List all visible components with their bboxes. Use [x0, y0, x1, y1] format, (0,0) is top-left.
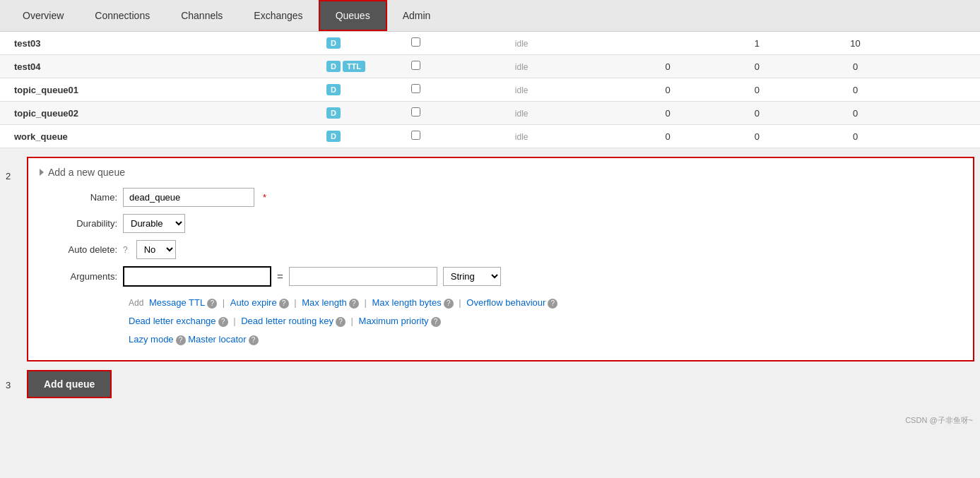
col-3	[909, 102, 980, 125]
watermark: CSDN @子非鱼呀~	[0, 412, 980, 429]
hints-row2: Dead letter exchange? | Dead letter rout…	[129, 316, 441, 326]
durability-label: Durability:	[40, 218, 117, 229]
arguments-label: Arguments:	[40, 271, 117, 282]
nav-item-channels[interactable]: Channels	[165, 0, 238, 31]
queue-state: idle	[515, 39, 529, 49]
col-2: 0	[801, 125, 909, 148]
autodelete-select[interactable]: NoYes	[136, 240, 176, 259]
name-label: Name:	[40, 192, 117, 203]
add-queue-form: Add a new queue Name: * Durability: Dura…	[27, 157, 974, 362]
queue-state: idle	[515, 62, 529, 72]
hint-max-length-bytes[interactable]: Max length bytes	[372, 297, 441, 308]
args-val-input[interactable]	[289, 267, 437, 286]
row-checkbox[interactable]	[411, 37, 420, 47]
badge-d: D	[326, 61, 341, 72]
hints-row3: Lazy mode? Master locator?	[129, 334, 259, 345]
row-checkbox[interactable]	[411, 61, 420, 70]
col-2: 10	[801, 32, 909, 55]
hint-max-length[interactable]: Max length	[302, 297, 347, 308]
autodelete-label: Auto delete:	[40, 244, 117, 255]
badge-d: D	[326, 84, 341, 95]
queue-table-container: test03Didle110test04DTTLidle000topic_que…	[0, 32, 980, 148]
col-3	[909, 78, 980, 102]
table-row: topic_queue01Didle000	[0, 78, 980, 102]
hint-question-1[interactable]: ?	[336, 317, 346, 327]
table-row: topic_queue02Didle000	[0, 102, 980, 125]
table-row: work_queueDidle000	[0, 125, 980, 148]
autodelete-question[interactable]: ?	[123, 245, 128, 255]
hint-master-locator[interactable]: Master locator	[188, 334, 246, 345]
add-queue-button[interactable]: Add queue	[27, 370, 112, 398]
hint-separator: |	[231, 316, 239, 326]
queues-table: test03Didle110test04DTTLidle000topic_que…	[0, 32, 980, 148]
badge-d: D	[326, 37, 341, 49]
name-row: Name: *	[40, 188, 962, 207]
name-input[interactable]	[123, 188, 254, 207]
queue-name[interactable]: test04	[14, 61, 41, 72]
queue-name[interactable]: test03	[14, 38, 41, 49]
col-3	[909, 32, 980, 55]
step-2-label: 2	[6, 171, 11, 181]
nav-bar: OverviewConnectionsChannelsExchangesQueu…	[0, 0, 980, 32]
section-title: Add a new queue	[40, 167, 962, 178]
hint-question-1[interactable]: ?	[279, 299, 289, 309]
col-2: 0	[801, 78, 909, 102]
queue-name[interactable]: work_queue	[14, 131, 68, 142]
hint-separator: |	[220, 297, 228, 308]
durability-row: Durability: DurableTransient	[40, 214, 962, 233]
hint-question-0[interactable]: ?	[218, 317, 228, 327]
row-checkbox[interactable]	[411, 84, 420, 93]
hint-overflow-behaviour[interactable]: Overflow behaviour	[466, 297, 545, 308]
add-text: Add	[129, 298, 143, 308]
hint-message-ttl[interactable]: Message TTL	[149, 297, 205, 308]
hint-question-2[interactable]: ?	[431, 317, 441, 327]
hint-separator: |	[292, 297, 300, 308]
hint-question-4[interactable]: ?	[548, 299, 557, 309]
col-1: 0	[712, 102, 801, 125]
queue-state: idle	[515, 132, 529, 142]
row-checkbox[interactable]	[411, 107, 420, 116]
nav-item-admin[interactable]: Admin	[387, 0, 447, 31]
nav-item-connections[interactable]: Connections	[79, 0, 165, 31]
hint-question-0[interactable]: ?	[207, 299, 217, 309]
args-key-input[interactable]	[123, 266, 271, 287]
badge-d: D	[326, 131, 341, 142]
hint-dead-letter-routing-key[interactable]: Dead letter routing key	[241, 316, 333, 326]
hint-lazy-mode[interactable]: Lazy mode	[129, 334, 174, 345]
row-checkbox[interactable]	[411, 131, 420, 140]
nav-item-overview[interactable]: Overview	[7, 0, 79, 31]
col-0: 0	[623, 78, 712, 102]
col-0	[623, 32, 712, 55]
hint-question-r3-1[interactable]: ?	[249, 335, 259, 345]
hint-separator: |	[362, 297, 370, 308]
step-3-label: 3	[6, 380, 11, 390]
hint-dead-letter-exchange[interactable]: Dead letter exchange	[129, 316, 216, 326]
queue-state: idle	[515, 85, 529, 95]
arguments-row: Arguments: = StringNumberBooleanList	[40, 266, 962, 287]
nav-item-exchanges[interactable]: Exchanges	[238, 0, 318, 31]
badge-d: D	[326, 107, 341, 119]
hint-question-2[interactable]: ?	[349, 299, 359, 309]
hint-maximum-priority[interactable]: Maximum priority	[359, 316, 429, 326]
col-2: 0	[801, 55, 909, 78]
queue-name[interactable]: topic_queue02	[14, 108, 78, 119]
col-3	[909, 55, 980, 78]
nav-item-queues[interactable]: Queues	[319, 0, 387, 31]
queue-name[interactable]: topic_queue01	[14, 85, 78, 95]
hint-question-r3-0[interactable]: ?	[176, 335, 186, 345]
col-1: 0	[712, 125, 801, 148]
args-type-select[interactable]: StringNumberBooleanList	[443, 267, 501, 286]
add-queue-btn-section: Add queue	[27, 370, 974, 398]
hint-question-3[interactable]: ?	[444, 299, 454, 309]
col-2: 0	[801, 102, 909, 125]
col-0: 0	[623, 125, 712, 148]
durability-select[interactable]: DurableTransient	[123, 214, 185, 233]
hint-auto-expire[interactable]: Auto expire	[230, 297, 277, 308]
table-row: test04DTTLidle000	[0, 55, 980, 78]
col-1: 0	[712, 55, 801, 78]
section-title-text: Add a new queue	[48, 167, 125, 178]
col-1: 0	[712, 78, 801, 102]
table-row: test03Didle110	[0, 32, 980, 55]
autodelete-row: Auto delete: ? NoYes	[40, 240, 962, 259]
col-0: 0	[623, 55, 712, 78]
